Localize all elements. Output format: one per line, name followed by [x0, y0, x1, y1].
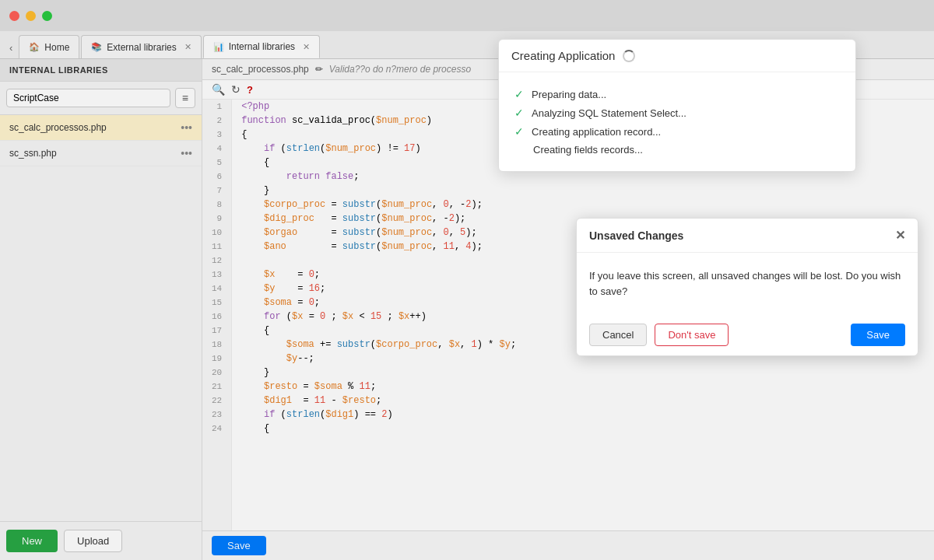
- unsaved-dialog-body: If you leave this screen, all unsaved ch…: [577, 253, 918, 314]
- step-check-icon: ✓: [514, 125, 524, 138]
- unsaved-dialog-message: If you leave this screen, all unsaved ch…: [589, 270, 901, 297]
- cancel-button[interactable]: Cancel: [589, 324, 647, 346]
- dialog-save-button[interactable]: Save: [851, 324, 905, 346]
- step-label: Analyzing SQL Statement Select...: [532, 107, 686, 119]
- unsaved-dialog-footer: Cancel Don't save Save: [577, 314, 918, 355]
- loading-spinner: [623, 50, 635, 62]
- creating-dialog-body: ✓Preparing data...✓Analyzing SQL Stateme…: [499, 72, 855, 171]
- step-item: ✓Preparing data...: [514, 85, 840, 103]
- creating-dialog-title: Creating Application: [511, 49, 615, 62]
- creating-application-dialog: Creating Application ✓Preparing data...✓…: [498, 39, 856, 172]
- step-label: Preparing data...: [532, 89, 606, 100]
- step-label: Creating fields records...: [533, 144, 643, 156]
- unsaved-dialog-header: Unsaved Changes ✕: [577, 219, 918, 253]
- unsaved-changes-dialog: Unsaved Changes ✕ If you leave this scre…: [576, 218, 918, 356]
- step-label: Creating application record...: [532, 126, 661, 138]
- step-item: ✓Analyzing SQL Statement Select...: [514, 103, 840, 122]
- unsaved-dialog-close[interactable]: ✕: [895, 228, 905, 243]
- unsaved-dialog-title: Unsaved Changes: [589, 229, 683, 242]
- step-check-icon: ✓: [514, 107, 524, 119]
- dont-save-button[interactable]: Don't save: [655, 324, 729, 346]
- step-item: ✓Creating application record...: [514, 122, 840, 141]
- creating-dialog-header: Creating Application: [499, 40, 855, 72]
- step-item: Creating fields records...: [514, 141, 840, 159]
- step-check-icon: ✓: [514, 88, 524, 100]
